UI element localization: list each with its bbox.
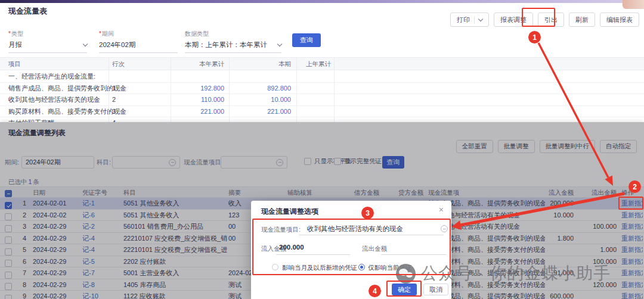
edit-report-button[interactable]: 编辑报表 (600, 13, 639, 27)
col-prior: 上年累计 (298, 58, 331, 70)
toolbar: 打印 报表调整 引出 刷新 编辑报表 (450, 13, 639, 27)
annotation-step-3: 3 (361, 207, 374, 219)
dialog-title: 现金流量调整选项 (261, 207, 318, 217)
period-label: *期间 (99, 30, 178, 38)
type-field: *类型 月报 (8, 30, 87, 53)
input-underline (381, 254, 447, 255)
cell-item: 一、经营活动产生的现金流量: (8, 71, 163, 83)
report-table-header: 项目 行次 本年累计 本期 上年累计 (0, 57, 644, 70)
cell-ytd: 110.000 (172, 94, 224, 106)
column-divider (171, 57, 171, 122)
column-divider (229, 57, 230, 122)
period-field: *期间 2024年02期 (99, 30, 178, 53)
report-table-row[interactable]: 收到其他与经营活动有关的现金 2 110.000 10.000 (0, 94, 644, 106)
chevron-down-icon (277, 42, 282, 46)
export-button[interactable]: 引出 (538, 13, 564, 27)
required-marker: * (99, 30, 101, 37)
annotation-step-4: 4 (369, 285, 381, 297)
dialog-cash-item-value[interactable]: 收到其他与经营活动有关的现金 (307, 225, 403, 233)
report-table-row[interactable]: 一、经营活动产生的现金流量: (0, 71, 644, 83)
ok-button[interactable]: 确定 (392, 284, 417, 295)
annotation-step-2: 2 (628, 180, 641, 193)
data-type-select[interactable]: 本期：上年累计：本年累计 (185, 41, 281, 53)
print-label: 打印 (457, 15, 470, 24)
type-select[interactable]: 月报 (8, 41, 87, 53)
radio-affect-month-label: 影响当月及以后新增的凭证 (282, 264, 357, 272)
cell-current: 10.000 (236, 94, 291, 106)
col-current: 本期 (236, 58, 291, 70)
dialog-divider (251, 218, 451, 219)
radio-affect-month[interactable] (272, 264, 278, 270)
radio-current-only-label: 仅影响当前凭证 (368, 264, 412, 272)
dialog-cash-item-label: 现金流量项目: (261, 226, 301, 234)
radio-current-only[interactable] (358, 264, 365, 270)
top-accent-bar (0, 0, 644, 3)
app-window: 现金流量表 打印 报表调整 引出 刷新 编辑报表 *类型 月报 *期间 2024… (0, 0, 644, 299)
close-icon[interactable]: × (439, 205, 444, 214)
report-table-row[interactable]: 购买原材料、商品、接受劳务支付的现金 3 221.000 221.000 (0, 106, 644, 118)
cancel-button[interactable]: 取消 (423, 284, 448, 295)
cashflow-adjust-dialog: 现金流量调整选项 × 现金流量项目: 收到其他与经营活动有关的现金 流入金额 2… (251, 201, 451, 299)
cell-ytd: 192.800 (172, 83, 224, 95)
corner-avatar (623, 0, 644, 9)
circle-minus-icon[interactable] (441, 225, 448, 232)
type-label: *类型 (8, 30, 87, 38)
query-button[interactable]: 查询 (292, 33, 321, 47)
print-button[interactable]: 打印 (450, 13, 489, 27)
required-marker: * (8, 30, 11, 37)
cell-current: 892.800 (236, 83, 291, 95)
report-adjust-button[interactable]: 报表调整 (494, 13, 533, 27)
col-ytd: 本年累计 (172, 58, 224, 70)
cell-line: 2 (112, 94, 166, 106)
data-type-field: 数据类型 本期：上年累计：本年累计 (185, 30, 281, 53)
period-select[interactable]: 2024年02期 (99, 41, 178, 53)
report-table-row[interactable]: 销售产成品、商品、提供劳务收到的现金 1 192.800 892.800 (0, 83, 644, 95)
page-title: 现金流量表 (8, 6, 47, 17)
column-divider (109, 57, 109, 122)
input-underline (299, 235, 444, 235)
dialog-outflow-label: 流出金额 (362, 245, 387, 253)
dialog-inflow-value[interactable]: 200.000 (279, 244, 304, 251)
column-divider (296, 57, 297, 122)
chevron-down-icon[interactable] (478, 16, 483, 21)
cell-line: 1 (112, 83, 166, 95)
annotation-step-1: 1 (528, 31, 541, 43)
button-divider (474, 16, 475, 24)
report-table-body: 一、经营活动产生的现金流量: 销售产成品、商品、提供劳务收到的现金 1 192.… (0, 71, 644, 129)
input-underline (276, 254, 350, 255)
data-type-label: 数据类型 (185, 30, 281, 38)
chevron-down-icon (83, 42, 88, 46)
cell-current: 221.000 (236, 106, 291, 118)
column-divider (334, 57, 335, 122)
col-line: 行次 (112, 58, 166, 70)
refresh-button[interactable]: 刷新 (569, 13, 595, 27)
cell-line: 3 (112, 106, 166, 118)
cell-ytd: 221.000 (172, 106, 224, 118)
